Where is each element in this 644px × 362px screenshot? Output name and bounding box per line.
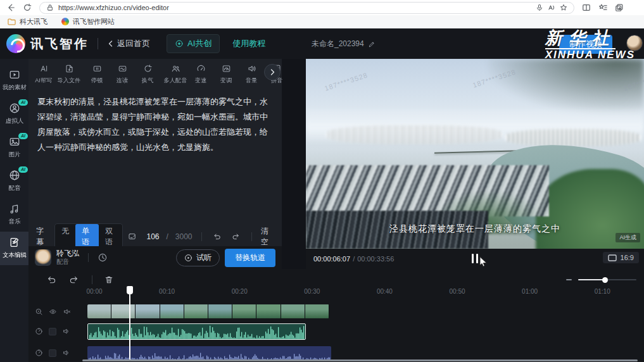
subtitle-option[interactable]: 双语 bbox=[99, 224, 122, 249]
back-home-button[interactable]: 返回首页 bbox=[107, 38, 150, 49]
split-screen-icon[interactable] bbox=[582, 3, 591, 12]
zoom-slider[interactable] bbox=[578, 279, 636, 280]
subtitle-option[interactable]: 无 bbox=[55, 224, 75, 249]
monitor-icon bbox=[608, 254, 617, 261]
back-icon[interactable] bbox=[6, 3, 15, 12]
favorite-star-icon[interactable] bbox=[560, 4, 567, 11]
sidebar: 我的素材AI虚拟人AI图片AI配音音乐文本编辑 bbox=[0, 59, 28, 362]
volume-icon bbox=[247, 64, 256, 73]
sidebar-item-music[interactable]: 音乐 bbox=[0, 198, 28, 232]
track-checkbox[interactable] bbox=[49, 328, 56, 335]
audition-button[interactable]: 试听 bbox=[176, 249, 220, 266]
sidebar-item-avatar[interactable]: AI虚拟人 bbox=[0, 97, 28, 131]
speaker-icon[interactable] bbox=[62, 349, 70, 357]
text-edit-icon bbox=[9, 237, 20, 248]
pause-button[interactable] bbox=[472, 254, 478, 263]
create-video-button[interactable]: 制作视频 bbox=[559, 35, 612, 54]
toolbar-more-button[interactable] bbox=[264, 64, 281, 80]
subtitle-bar: 字幕 无单语双语 106 / 3000 清空 bbox=[28, 227, 282, 246]
speed-icon bbox=[196, 64, 206, 73]
url-text[interactable]: https://www.xfzhizuo.cn/video-editor bbox=[58, 4, 531, 11]
ai-cocreate-button[interactable]: AI共创 bbox=[167, 34, 220, 53]
bookmark-folder[interactable]: 科大讯飞 bbox=[8, 17, 47, 27]
video-preview[interactable]: 187****3528187****3528187****3528 泾县桃花潭被… bbox=[306, 59, 644, 249]
favorites-bar-icon[interactable] bbox=[598, 3, 607, 12]
sidebar-item-image[interactable]: AI图片 bbox=[0, 131, 28, 165]
video-track-clip[interactable] bbox=[87, 304, 329, 318]
timeline-redo-icon[interactable] bbox=[69, 275, 79, 285]
speed-gauge-icon[interactable] bbox=[35, 349, 43, 357]
aspect-ratio-button[interactable]: 16:9 bbox=[603, 252, 639, 263]
video-thumbnail[interactable] bbox=[184, 304, 208, 318]
subtitle-option[interactable]: 单语 bbox=[75, 224, 99, 249]
video-thumbnail[interactable] bbox=[208, 304, 232, 318]
toolbar-label: 连读 bbox=[117, 77, 128, 85]
tutorial-link[interactable]: 使用教程 bbox=[232, 38, 265, 49]
address-bar[interactable]: https://www.xfzhizuo.cn/video-editor bbox=[39, 2, 574, 14]
bookmark-site[interactable]: 讯飞智作网站 bbox=[61, 17, 115, 27]
user-avatar[interactable] bbox=[626, 35, 643, 51]
zoom-out-icon[interactable] bbox=[566, 279, 572, 280]
edit-pencil-icon[interactable] bbox=[368, 41, 376, 48]
sidebar-item-text-edit[interactable]: 文本编辑 bbox=[0, 232, 28, 265]
screen: https://www.xfzhizuo.cn/video-editor 科大讯… bbox=[0, 0, 644, 362]
playhead-line[interactable] bbox=[129, 288, 130, 359]
ruler-label: 00:10 bbox=[159, 288, 175, 295]
sidebar-item-media[interactable]: 我的素材 bbox=[0, 64, 28, 97]
video-track-header bbox=[35, 308, 71, 316]
track-preview-icon[interactable] bbox=[35, 308, 43, 316]
toolbar-pitch[interactable]: 变调 bbox=[213, 63, 239, 86]
microphone-icon[interactable] bbox=[536, 4, 543, 11]
speaker-icon[interactable] bbox=[62, 327, 70, 335]
video-thumbnail[interactable] bbox=[256, 304, 281, 318]
toolbar-multi[interactable]: 多人配音 bbox=[163, 63, 188, 86]
toolbar-import[interactable]: 导入文件 bbox=[56, 63, 82, 86]
char-count-sep: / bbox=[166, 232, 168, 241]
lock-icon[interactable] bbox=[46, 4, 54, 11]
toolbar-speed[interactable]: 变速 bbox=[188, 63, 213, 86]
redo-icon[interactable] bbox=[232, 232, 240, 242]
speed-clock-icon[interactable] bbox=[98, 253, 108, 263]
playhead-handle[interactable] bbox=[127, 286, 133, 294]
subtitle-settings-icon[interactable] bbox=[128, 232, 136, 242]
video-thumbnail[interactable] bbox=[160, 304, 184, 318]
video-thumbnail[interactable] bbox=[136, 304, 160, 318]
video-thumbnail[interactable] bbox=[87, 304, 111, 318]
narration-audio-clip[interactable] bbox=[87, 323, 306, 340]
video-thumbnail[interactable] bbox=[305, 304, 329, 318]
refresh-icon[interactable] bbox=[23, 3, 32, 12]
delete-trash-icon[interactable] bbox=[104, 275, 114, 285]
track-checkbox[interactable] bbox=[49, 349, 56, 357]
collections-icon[interactable] bbox=[615, 3, 624, 12]
toolbar-ai-write[interactable]: AI帮写 bbox=[31, 63, 56, 86]
music-audio-clip[interactable] bbox=[87, 346, 331, 360]
voice-row: 聆飞泓 配音 试听 替换轨道 bbox=[28, 246, 282, 269]
mute-speaker-icon[interactable] bbox=[63, 308, 71, 316]
zoom-slider-knob[interactable] bbox=[602, 277, 608, 283]
brand-logo-icon[interactable] bbox=[6, 34, 25, 53]
timeline-undo-icon[interactable] bbox=[46, 275, 56, 285]
sidebar-item-voice[interactable]: AI配音 bbox=[0, 165, 28, 198]
undo-icon[interactable] bbox=[213, 232, 221, 242]
timeline-ruler[interactable]: 00:0000:1000:2000:3000:4000:5001:0001:10 bbox=[28, 287, 644, 297]
video-thumbnail[interactable] bbox=[281, 304, 305, 318]
toolbar-liandu[interactable]: 连读 bbox=[110, 63, 135, 86]
ai-write-icon bbox=[39, 64, 49, 73]
voice-avatar[interactable] bbox=[35, 249, 51, 266]
audition-label: 试听 bbox=[196, 253, 212, 263]
toolbar-volume[interactable]: 音量 bbox=[239, 63, 264, 86]
video-subtitle: 泾县桃花潭被笼罩在一层薄薄的雾气之中 bbox=[306, 223, 644, 235]
video-thumbnail[interactable] bbox=[111, 304, 136, 318]
import-icon bbox=[65, 64, 74, 73]
speed-gauge-icon[interactable] bbox=[35, 327, 43, 335]
horizontal-scrollbar[interactable] bbox=[82, 359, 638, 361]
video-thumbnail[interactable] bbox=[232, 304, 256, 318]
replace-track-button[interactable]: 替换轨道 bbox=[225, 249, 275, 267]
visibility-eye-icon[interactable] bbox=[49, 308, 57, 316]
toolbar-pause-mark[interactable]: 停顿 bbox=[84, 63, 110, 86]
read-aloud-icon[interactable] bbox=[548, 4, 555, 11]
script-text-area[interactable]: 夏末秋初的清晨，泾县桃花潭被笼罩在一层薄薄的雾气之中，水深碧绿，清澈晶莹，显得宁… bbox=[28, 87, 282, 227]
clear-button[interactable]: 清空 bbox=[261, 226, 274, 247]
toolbar-breath[interactable]: 换气 bbox=[135, 63, 160, 86]
timeline-zoom-control[interactable] bbox=[566, 279, 636, 280]
